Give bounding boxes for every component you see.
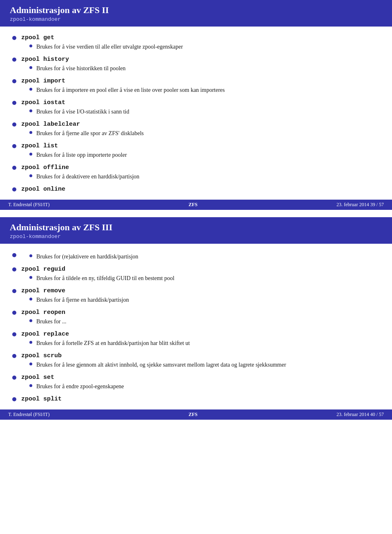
sub-item-text: Brukes for å liste opp importerte pooler [36, 151, 380, 159]
bullet-dot [12, 253, 16, 257]
item-content: zpool list Brukes for å liste opp import… [21, 142, 380, 161]
slide-1-subtitle: zpool-kommandoer [10, 16, 382, 22]
sub-list: Brukes for ... [21, 317, 380, 326]
sub-item-text: Brukes for å fjerne alle spor av ZFS' di… [36, 129, 380, 138]
slide-1-header: Administrasjon av ZFS II zpool-kommandoe… [0, 0, 392, 27]
footer-center: ZFS [189, 412, 198, 418]
list-item: zpool reopen Brukes for ... [12, 309, 380, 327]
sub-list-item: Brukes for å fjerne en harddisk/partisjo… [21, 296, 380, 304]
footer-center: ZFS [189, 202, 198, 208]
sub-item-text: Brukes for å endre zpool-egenskapene [36, 382, 380, 391]
sub-list-item: Brukes for ... [21, 317, 380, 326]
bullet-dot [12, 144, 16, 148]
item-content: zpool reopen Brukes for ... [21, 309, 380, 327]
bullet-dot [12, 187, 16, 191]
item-label: zpool reguid [21, 266, 65, 273]
bullet-dot [12, 311, 16, 315]
sub-list-item: Brukes for å fortelle ZFS at en harddisk… [21, 339, 380, 347]
item-content: Brukes for (re)aktivere en harddisk/part… [21, 251, 380, 263]
item-content: zpool set Brukes for å endre zpool-egens… [21, 374, 380, 392]
sub-list-item: Brukes for å importere en pool eller å v… [21, 86, 380, 94]
sub-list: Brukes for å fjerne alle spor av ZFS' di… [21, 129, 380, 138]
slide-2-list: Brukes for (re)aktivere en harddisk/part… [12, 251, 380, 403]
item-content: zpool get Brukes for å vise verdien til … [21, 34, 380, 53]
item-label: zpool labelclear [21, 121, 80, 128]
bullet-dot [12, 376, 16, 380]
item-content: zpool history Brukes for å vise historik… [21, 56, 380, 74]
item-label: zpool remove [21, 287, 65, 294]
list-item: zpool get Brukes for å vise verdien til … [12, 34, 380, 53]
item-content: zpool import Brukes for å importere en p… [21, 77, 380, 96]
sub-bullet-dot [29, 44, 32, 47]
sub-list-item: Brukes for å deaktivere en harddisk/part… [21, 172, 380, 181]
sub-list: Brukes for å fjerne en harddisk/partisjo… [21, 296, 380, 304]
list-item: zpool list Brukes for å liste opp import… [12, 142, 380, 161]
slide-1-footer: T. Endrestøl (FSI/IT) ZFS 23. februar 20… [0, 200, 392, 210]
bullet-dot [12, 36, 16, 40]
sub-item-text: Brukes for å fjerne en harddisk/partisjo… [36, 296, 380, 304]
sub-list: Brukes for å fortelle ZFS at en harddisk… [21, 339, 380, 347]
sub-list: Brukes for å lese gjennom alt aktivt inn… [21, 360, 380, 369]
sub-list-item: Brukes for (re)aktivere en harddisk/part… [21, 252, 380, 261]
bullet-dot [12, 122, 16, 127]
bullet-dot [12, 397, 16, 401]
sub-bullet-dot [29, 298, 32, 300]
sub-list: Brukes for å vise verdien til alle eller… [21, 42, 380, 51]
sub-list: Brukes for å importere en pool eller å v… [21, 86, 380, 94]
sub-bullet-dot [29, 174, 32, 177]
list-item: zpool history Brukes for å vise historik… [12, 56, 380, 74]
list-item: zpool online [12, 185, 380, 193]
list-item: zpool import Brukes for å importere en p… [12, 77, 380, 96]
sub-bullet-dot [29, 341, 32, 344]
sub-list-item: Brukes for å tildele en ny, tilfeldig GU… [21, 274, 380, 283]
sub-bullet-dot [29, 153, 32, 156]
sub-list: Brukes for å tildele en ny, tilfeldig GU… [21, 274, 380, 283]
bullet-dot [12, 58, 16, 62]
item-content: zpool iostat Brukes for å vise I/O-stati… [21, 99, 380, 118]
list-item: zpool iostat Brukes for å vise I/O-stati… [12, 99, 380, 118]
sub-item-text: Brukes for å importere en pool eller å v… [36, 86, 380, 94]
bullet-dot [12, 332, 16, 336]
sub-bullet-dot [29, 109, 32, 112]
sub-list-item: Brukes for å endre zpool-egenskapene [21, 382, 380, 391]
slide-2-header: Administrasjon av ZFS III zpool-kommando… [0, 217, 392, 244]
item-content: zpool labelclear Brukes for å fjerne all… [21, 120, 380, 139]
item-label: zpool history [21, 56, 69, 63]
sub-item-text: Brukes for å fortelle ZFS at en harddisk… [36, 339, 380, 347]
sub-list-item: Brukes for å vise I/O-statistikk i sann … [21, 107, 380, 116]
item-label: zpool get [21, 34, 54, 41]
bullet-dot [12, 79, 16, 83]
sub-item-text: Brukes for å deaktivere en harddisk/part… [36, 172, 380, 181]
sub-list: Brukes for å endre zpool-egenskapene [21, 382, 380, 391]
footer-left: T. Endrestøl (FSI/IT) [8, 412, 49, 418]
footer-left: T. Endrestøl (FSI/IT) [8, 202, 49, 208]
bullet-dot [12, 354, 16, 358]
sub-bullet-dot [29, 88, 32, 91]
item-content: zpool online [21, 185, 380, 193]
list-item: zpool replace Brukes for å fortelle ZFS … [12, 330, 380, 349]
sub-item-text: Brukes for å vise historikken til poolen [36, 64, 380, 73]
sub-list-item: Brukes for å fjerne alle spor av ZFS' di… [21, 129, 380, 138]
item-content: zpool reguid Brukes for å tildele en ny,… [21, 265, 380, 284]
item-label: zpool replace [21, 331, 69, 338]
item-content: zpool remove Brukes for å fjerne en hard… [21, 287, 380, 306]
list-item: zpool labelclear Brukes for å fjerne all… [12, 120, 380, 139]
sub-bullet-dot [29, 363, 32, 365]
footer-right: 23. februar 2014 39 / 57 [336, 202, 384, 208]
sub-list-item: Brukes for å liste opp importerte pooler [21, 151, 380, 159]
sub-bullet-dot [29, 131, 32, 134]
slide-2: Administrasjon av ZFS III zpool-kommando… [0, 217, 392, 420]
list-item: zpool remove Brukes for å fjerne en hard… [12, 287, 380, 306]
sub-item-text: Brukes for ... [36, 317, 380, 326]
item-label: zpool split [21, 396, 62, 403]
sub-bullet-dot [29, 66, 32, 69]
slide-1: Administrasjon av ZFS II zpool-kommandoe… [0, 0, 392, 210]
sub-list-item: Brukes for å lese gjennom alt aktivt inn… [21, 360, 380, 369]
sub-bullet-dot [29, 254, 32, 257]
bullet-dot [12, 267, 16, 271]
sub-list-item: Brukes for å vise historikken til poolen [21, 64, 380, 73]
slide-2-content: Brukes for (re)aktivere en harddisk/part… [0, 244, 392, 409]
slide-1-title: Administrasjon av ZFS II [10, 5, 382, 16]
item-label: zpool set [21, 374, 54, 381]
item-content: zpool scrub Brukes for å lese gjennom al… [21, 352, 380, 371]
